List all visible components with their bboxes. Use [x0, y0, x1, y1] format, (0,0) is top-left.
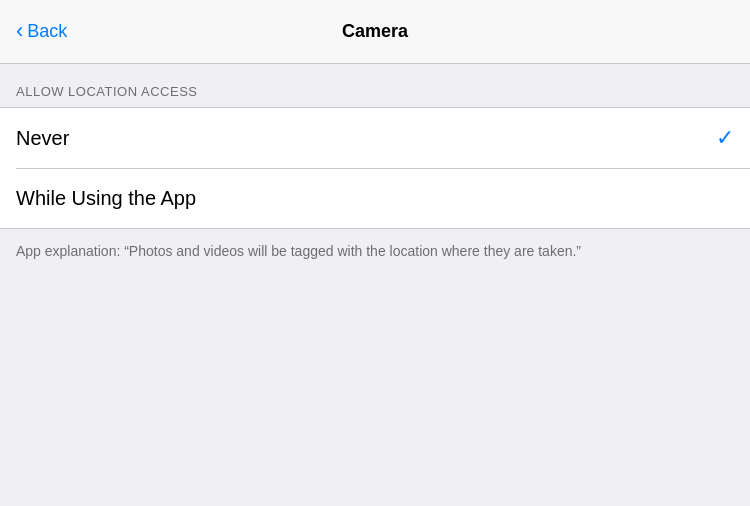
option-never[interactable]: Never ✓ [0, 108, 750, 168]
explanation-section: App explanation: “Photos and videos will… [0, 229, 750, 274]
option-never-label: Never [16, 127, 69, 150]
option-while-using[interactable]: While Using the App [0, 168, 750, 228]
back-label: Back [27, 21, 67, 42]
location-access-options: Never ✓ While Using the App [0, 107, 750, 229]
section-header: ALLOW LOCATION ACCESS [0, 64, 750, 107]
back-button[interactable]: ‹ Back [16, 21, 67, 42]
navigation-bar: ‹ Back Camera [0, 0, 750, 64]
option-while-using-label: While Using the App [16, 187, 196, 210]
back-chevron-icon: ‹ [16, 20, 23, 42]
checkmark-icon: ✓ [716, 125, 734, 151]
page-title: Camera [342, 21, 408, 42]
content-area: ALLOW LOCATION ACCESS Never ✓ While Usin… [0, 64, 750, 274]
explanation-text: App explanation: “Photos and videos will… [16, 241, 734, 262]
